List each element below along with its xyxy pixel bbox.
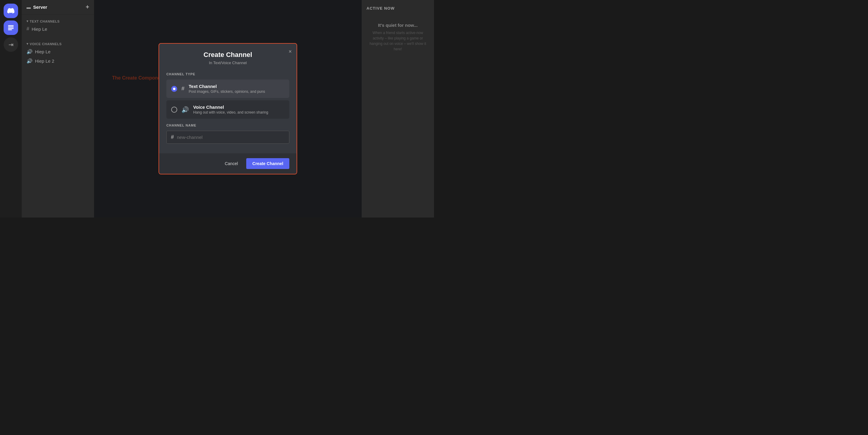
sidebar-header: ▬ Server + <box>22 0 94 14</box>
cancel-button[interactable]: Cancel <box>220 158 243 169</box>
hash-icon: # <box>27 26 29 32</box>
active-now-title: ACTIVE NOW <box>367 6 429 10</box>
main-content: The Create Component × Create Channel In… <box>94 0 362 218</box>
modal-body: CHANNEL TYPE # Text Channel Post images,… <box>159 67 297 148</box>
icon-bar: ⇥ <box>0 0 22 218</box>
voice-channel-icon: 🔊 <box>181 106 189 113</box>
text-channel-radio[interactable] <box>171 86 177 92</box>
text-channel-hiep-le[interactable]: # Hiep Le <box>24 24 92 33</box>
modal-subtitle: In Text/Voice Channel <box>166 61 289 65</box>
text-channel-info: Text Channel Post images, GIFs, stickers… <box>189 84 284 94</box>
channel-name-section: CHANNEL NAME # <box>166 124 289 144</box>
voice-channel-hiep-le[interactable]: 🔊 Hiep Le <box>24 47 92 56</box>
text-channel-option[interactable]: # Text Channel Post images, GIFs, sticke… <box>166 79 289 98</box>
voice-channels-section: ▾ VOICE CHANNELS 🔊 Hiep Le 🔊 Hiep Le 2 <box>22 37 94 66</box>
svg-rect-1 <box>8 27 13 27</box>
text-channel-desc: Post images, GIFs, stickers, opinions, a… <box>189 90 284 94</box>
quiet-title: It's quiet for now... <box>367 23 429 28</box>
channel-name-input-wrapper: # <box>166 131 289 144</box>
voice-channel-radio[interactable] <box>171 107 177 113</box>
create-channel-button[interactable]: Create Channel <box>246 158 289 169</box>
voice-channel-hiep-le-2[interactable]: 🔊 Hiep Le 2 <box>24 56 92 66</box>
text-channels-section: ▾ TEXT CHANNELS # Hiep Le <box>22 14 94 33</box>
modal-header: Create Channel In Text/Voice Channel <box>159 44 297 67</box>
channel-name-label: CHANNEL NAME <box>166 124 289 127</box>
quiet-desc: When a friend starts active-now activity… <box>367 30 429 52</box>
modal-footer: Cancel Create Channel <box>159 153 297 174</box>
logout-icon[interactable]: ⇥ <box>4 37 18 52</box>
discord-logo[interactable] <box>4 4 18 18</box>
create-channel-modal: × Create Channel In Text/Voice Channel C… <box>158 43 297 174</box>
channel-name-prefix: # <box>171 134 174 140</box>
voice-channels-collapse-icon: ▾ <box>27 42 29 46</box>
text-channels-collapse-icon: ▾ <box>27 19 29 23</box>
speaker-icon-1: 🔊 <box>27 49 33 55</box>
svg-rect-0 <box>8 25 13 26</box>
server-icon-sidebar: ▬ <box>27 5 31 10</box>
channel-type-label: CHANNEL TYPE <box>166 72 289 76</box>
text-channel-icon: # <box>181 86 184 92</box>
voice-channel-desc: Hang out with voice, video, and screen s… <box>193 110 284 114</box>
server-name: Server <box>33 4 47 10</box>
svg-rect-2 <box>8 28 13 29</box>
server-icon[interactable] <box>4 21 18 35</box>
svg-rect-3 <box>8 30 12 30</box>
modal-title: Create Channel <box>166 51 289 59</box>
modal-overlay: × Create Channel In Text/Voice Channel C… <box>94 0 362 218</box>
voice-channel-name: Voice Channel <box>193 104 284 110</box>
voice-channels-label[interactable]: ▾ VOICE CHANNELS <box>24 42 92 46</box>
right-panel: ACTIVE NOW It's quiet for now... When a … <box>362 0 434 218</box>
speaker-icon-2: 🔊 <box>27 58 33 64</box>
text-channels-label[interactable]: ▾ TEXT CHANNELS <box>24 19 92 23</box>
text-channel-name: Text Channel <box>189 84 284 89</box>
voice-channel-info: Voice Channel Hang out with voice, video… <box>193 104 284 114</box>
voice-channel-option[interactable]: 🔊 Voice Channel Hang out with voice, vid… <box>166 100 289 119</box>
sidebar: ▬ Server + ▾ TEXT CHANNELS # Hiep Le ▾ V… <box>22 0 94 218</box>
channel-name-input[interactable] <box>177 135 285 140</box>
add-channel-button[interactable]: + <box>86 4 89 10</box>
modal-close-button[interactable]: × <box>288 48 292 55</box>
